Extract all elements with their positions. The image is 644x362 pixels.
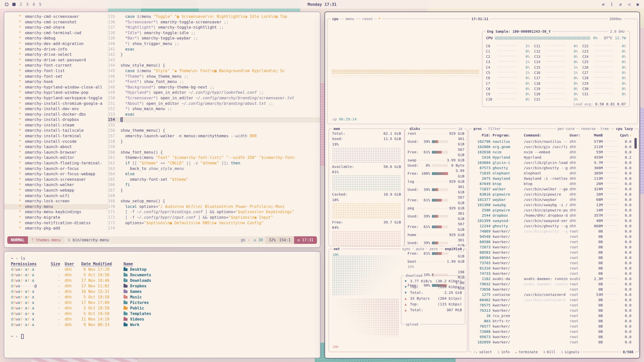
process-row[interactable]: 16rcu_preeroot0B0.0 xyxy=(472,313,631,319)
process-row[interactable]: 63816pipewire/usr/bin/pipewiredhh16M0.0 xyxy=(472,192,631,197)
process-row[interactable]: 76575kworker/root0B0.0 xyxy=(472,303,631,308)
process-row[interactable]: 74733kworker/root0B0.0 xyxy=(472,271,631,276)
per-core-button[interactable]: per-core xyxy=(556,126,576,131)
process-row[interactable]: 102099kworker/root0B0.0 xyxy=(472,340,631,345)
file-item[interactable]: *omarchy-launch-screensaver xyxy=(4,177,108,183)
clock[interactable]: Monday 17:31 xyxy=(307,2,337,7)
terminal-output[interactable]: ~ › ls Permissions Size User Date Modifi… xyxy=(4,252,320,343)
file-item[interactable]: *omarchy-launch-or-focus-webapp xyxy=(4,171,108,177)
file-item[interactable]: *omarchy-install-terminal xyxy=(4,133,108,139)
file-item[interactable]: *omarchy-dev-add-migration xyxy=(4,41,108,47)
disks-box-title[interactable]: disks xyxy=(408,126,422,131)
file-item[interactable]: *omarchy-drive-info xyxy=(4,47,108,52)
proc-column-header[interactable]: User: xyxy=(570,133,584,137)
volume-icon[interactable]: ◁ xyxy=(628,2,630,7)
net-sync-button[interactable]: sync xyxy=(400,246,412,252)
net-zero-button[interactable]: zero xyxy=(428,246,439,252)
file-item[interactable]: *omarchy-menu xyxy=(4,204,108,210)
file-item[interactable]: *omarchy-install-chromium-google-a xyxy=(4,101,108,107)
process-row[interactable]: 71835elephantelephantdhh385M0.0 xyxy=(472,171,631,176)
io-mode-button[interactable]: io xyxy=(457,126,464,131)
sort-column-selector[interactable]: cpu lazy xyxy=(615,126,634,131)
file-item[interactable]: *omarchy-cmd-screensaver xyxy=(4,14,108,20)
process-row[interactable]: 72073kworker/root0B0.0 xyxy=(472,245,631,250)
screencast-icon[interactable]: ⇄ xyxy=(602,2,605,7)
file-item[interactable]: *omarchy-launch-browser xyxy=(4,150,108,155)
proc-action-terminate[interactable]: ↵terminate xyxy=(515,349,538,355)
file-item[interactable]: *omarchy-hyprland-window-close-all xyxy=(4,85,108,90)
file-item[interactable]: *omarchy-install-vscode xyxy=(4,139,108,145)
proc-column-header[interactable]: Cpu%↑ xyxy=(620,133,631,137)
workspace-1-active-indicator[interactable] xyxy=(12,3,16,6)
mem-box-title[interactable]: mem xyxy=(332,126,341,131)
prompt-line[interactable]: ~ › xyxy=(11,334,313,339)
file-item[interactable]: *omarchy-cmd-terminal-cwd xyxy=(4,30,108,36)
file-item[interactable]: *omarchy-font-set xyxy=(4,74,108,79)
process-table[interactable]: 102796nautilus/usr/bin/nautilus --newdhh… xyxy=(472,139,631,348)
process-row[interactable]: 103684glycin-i/usr/lib/glycin-loadersdhh… xyxy=(472,160,631,165)
nvim-code-buffer[interactable]: 135 case $(menu "Toggle" "▣ Screensaver\… xyxy=(108,12,320,233)
file-item[interactable]: *omarchy-install-tailscale xyxy=(4,128,108,133)
proc-action-select[interactable]: ↑↓select xyxy=(473,349,492,355)
proc-column-header[interactable]: Command: xyxy=(524,133,568,137)
process-row[interactable]: 803btrfs-trroot0B0.0 xyxy=(472,319,631,324)
process-row[interactable]: 102796nautilus/usr/bin/nautilus --newdhh… xyxy=(472,139,631,144)
menu-button[interactable]: menu xyxy=(344,16,356,22)
file-item[interactable]: *omarchy-menu-keybindings xyxy=(4,209,108,215)
process-row[interactable]: 2075XwaylandXwayland :1 -rootless -dhh11… xyxy=(472,176,631,181)
process-row[interactable]: 95673kworker/root0B0.0 xyxy=(472,334,631,340)
file-item[interactable]: *omarchy-install-dropbox xyxy=(4,117,108,123)
file-item[interactable]: *omarchy-cmd-screenshot xyxy=(4,20,108,25)
process-row[interactable]: 73703kworker/root0B0.0 xyxy=(472,260,631,266)
file-item[interactable]: *omarchy-launch-floating-terminal- xyxy=(4,161,108,166)
proc-action-kill[interactable]: kKill xyxy=(543,349,555,355)
power-icon[interactable]: ◉ xyxy=(636,2,639,7)
file-item[interactable]: *omarchy-drive-select xyxy=(4,52,108,58)
workspace-5-button[interactable]: 5 xyxy=(39,2,42,7)
process-row[interactable]: 74869kworker//usr/bin/ghostty --gtk-root… xyxy=(472,229,631,234)
file-item[interactable]: *omarchy-debug xyxy=(4,36,108,41)
proc-column-header[interactable]: MemB xyxy=(586,133,603,137)
file-item[interactable]: *omarchy-lock-screen xyxy=(4,199,108,204)
process-row[interactable]: 12244ghostty/usr/bin/ghostty --gtk-dhh86… xyxy=(472,223,631,229)
process-row[interactable]: 68586kworker/root0B0.0 xyxy=(472,239,631,245)
process-row[interactable]: 68583kworker/root0B0.0 xyxy=(472,250,631,255)
proc-action-signals[interactable]: ssignals xyxy=(561,349,579,355)
process-row[interactable]: 101377waybar/usr/bin/waybardhh68M0.0 xyxy=(472,197,631,202)
file-item[interactable]: *omarchy-launch-webapp xyxy=(4,188,108,193)
file-item[interactable]: *omarchy-hyprland-workspace-toggle xyxy=(4,96,108,101)
omarchy-logo-icon[interactable] xyxy=(5,3,8,6)
process-row[interactable]: 102638nvimnvim --embeddhh55M0.0 xyxy=(472,150,631,155)
process-row[interactable]: 72088kworker/root0B0.0 xyxy=(472,329,631,334)
process-row[interactable]: 76577kworker/root0B0.0 xyxy=(472,324,631,329)
process-row[interactable]: 87573ghostty/usr/bin/ghostty --gtk-dhh36… xyxy=(472,165,631,171)
process-row[interactable]: 1916HyprlandHyprlanddhh455M0.2 xyxy=(472,155,631,160)
bluetooth-icon[interactable]: ᛒ xyxy=(611,2,613,7)
process-row[interactable]: 71837walker/usr/bin/walker --gappldhh324… xyxy=(472,187,631,192)
process-row[interactable]: 79032kworker/avahi-daemon: running [root… xyxy=(472,282,631,287)
process-row[interactable]: 2544dropbox/home/dhh/.dropbox-distdhh357… xyxy=(472,213,631,218)
process-row[interactable]: 101399swayosd-/usr/bin/swayosd-serverdhh… xyxy=(472,218,631,223)
file-item[interactable]: *omarchy-install-dev-env xyxy=(4,106,108,112)
network-icon[interactable]: ⇵ xyxy=(619,2,622,7)
process-row[interactable]: 68402kworker//usr/bin/containerdroot0B0.… xyxy=(472,297,631,303)
file-item[interactable]: *omarchy-launch-wifi xyxy=(4,193,108,199)
net-box-title[interactable]: net xyxy=(332,246,341,252)
tree-button[interactable]: tree xyxy=(599,126,610,131)
process-row[interactable]: 1162avahi-daavahi-daemon: running [avahi… xyxy=(472,276,631,282)
file-item[interactable]: *omarchy-launch-editor xyxy=(4,155,108,161)
file-item[interactable]: *omarchy-launch-about xyxy=(4,144,108,150)
file-item[interactable]: *omarchy-font-list xyxy=(4,68,108,74)
filter-button[interactable]: filter xyxy=(487,126,502,131)
workspace-3-button[interactable]: 3 xyxy=(26,2,29,7)
network-interface[interactable]: enp191s0 xyxy=(444,246,463,252)
process-row[interactable]: 1275containe/usr/bin/containerdroot53M0.… xyxy=(472,292,631,297)
process-row[interactable]: 2506pipewire/usr/bin/pipewire-pulsedhh14… xyxy=(472,208,631,213)
file-item[interactable]: *omarchy-font-current xyxy=(4,63,108,68)
file-item[interactable]: *omarchy-launch-or-focus xyxy=(4,166,108,172)
file-item[interactable]: *omarchy-cmd-share xyxy=(4,25,108,30)
proc-box-title[interactable]: proc xyxy=(472,126,484,131)
process-row[interactable]: 68584kworker/root0B0.0 xyxy=(472,255,631,260)
file-item[interactable]: *omarchy-drive-set-password xyxy=(4,58,108,63)
process-scrollbar-thumb[interactable] xyxy=(634,138,637,149)
